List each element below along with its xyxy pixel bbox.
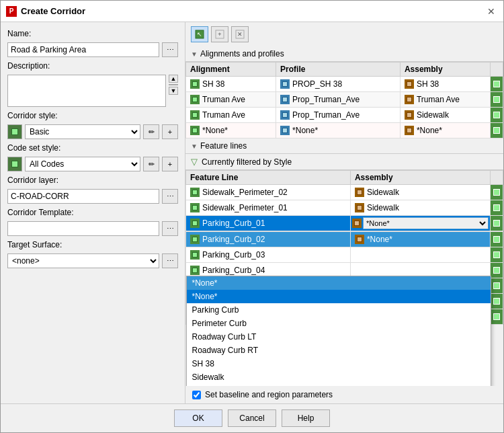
dropdown-item-parking-curb[interactable]: Parking Curb — [187, 303, 491, 317]
title-bar-left: P Create Corridor — [6, 6, 85, 17]
right-panel: ↖ + ✕ ▼ Alignments and profiles Ali — [185, 22, 503, 403]
corridor-template-label: Corridor Template: — [7, 208, 178, 217]
feature-table-row[interactable]: Sidewalk_Perimeter_02 Sidewalk — [186, 185, 503, 200]
corridor-layer-label: Corridor layer: — [7, 175, 178, 185]
corridor-style-label: Corridor style: — [7, 111, 178, 120]
corridor-template-row: ⋯ — [7, 221, 178, 236]
svg-text:+: + — [218, 31, 221, 38]
name-input[interactable] — [7, 42, 159, 57]
description-scroll-up[interactable]: ▲ — [169, 75, 178, 83]
target-surface-label: Target Surface: — [7, 240, 178, 249]
left-panel: Name: ⋯ Description: ▲ ▼ Co — [1, 22, 185, 403]
alignment-col-header: Alignment — [186, 63, 276, 77]
feature-lines-section: ▼ Feature lines ▽ Currently filtered by … — [185, 139, 503, 403]
set-baseline-checkbox[interactable] — [192, 391, 201, 399]
alignments-table: Alignment Profile Assembly SH 38 — [185, 62, 503, 139]
corridor-layer-section: Corridor layer: ⋯ — [7, 175, 178, 204]
corridor-style-section: Corridor style: Basic ✏ + — [7, 111, 178, 139]
checkbox-label: Set baseline and region parameters — [205, 390, 333, 399]
table-row-empty: *None* *None* — [186, 123, 503, 139]
corridor-style-new-button[interactable]: + — [162, 124, 178, 139]
target-surface-browse-button[interactable]: ⋯ — [162, 253, 178, 268]
dropdown-item-none1[interactable]: *None* — [187, 276, 491, 290]
profile-col-header: Profile — [276, 63, 401, 77]
corridor-style-edit-button[interactable]: ✏ — [143, 124, 159, 139]
feature-table-row[interactable]: Sidewalk_Perimeter_01 Sidewalk — [186, 200, 503, 216]
dialog-title: Create Corridor — [21, 6, 85, 16]
corridor-template-browse-button[interactable]: ⋯ — [162, 221, 178, 236]
dropdown-item-sh38[interactable]: SH 38 — [187, 357, 491, 370]
bottom-section: Set baseline and region parameters — [185, 386, 503, 403]
close-button[interactable]: ✕ — [485, 5, 498, 18]
feature-table: Feature Line Assembly Sidewalk_Per — [185, 170, 503, 325]
create-corridor-dialog: P Create Corridor ✕ Name: ⋯ Description: — [0, 0, 504, 433]
assembly-col-header: Assembly — [400, 63, 490, 77]
description-label: Description: — [7, 61, 178, 71]
filter-row: ▽ Currently filtered by Style — [185, 154, 503, 170]
dropdown-item-roadway-curb-rt[interactable]: Roadway Curb RT — [187, 344, 491, 357]
feature-lines-label: Feature lines — [200, 141, 247, 151]
dropdown-item-roadway-curb-lt[interactable]: Roadway Curb LT — [187, 330, 491, 344]
title-bar: P Create Corridor ✕ — [1, 1, 503, 22]
feature-lines-toggle[interactable]: ▼ — [191, 143, 198, 150]
alignments-section-label: Alignments and profiles — [200, 49, 284, 58]
help-button[interactable]: Help — [282, 409, 330, 427]
code-set-new-button[interactable]: + — [162, 157, 178, 171]
corridor-template-input[interactable] — [7, 221, 159, 236]
checkbox-row: Set baseline and region parameters — [192, 390, 497, 399]
ok-button[interactable]: OK — [174, 409, 222, 427]
name-browse-button[interactable]: ⋯ — [162, 42, 178, 57]
corridor-style-row: Basic ✏ + — [7, 124, 178, 139]
feature-scroll-col — [491, 171, 503, 185]
assembly-dropdown-popup: *None* *None* Parking Curb Perimeter Cur… — [186, 276, 491, 386]
dropdown-item-perimeter-curb[interactable]: Perimeter Curb — [187, 317, 491, 330]
filter-text: Currently filtered by Style — [202, 157, 292, 167]
toolbar-button-2[interactable]: + — [211, 26, 228, 42]
row-icon-cell — [491, 77, 503, 92]
code-set-style-select[interactable]: All Codes — [25, 157, 140, 171]
corridor-style-select[interactable]: Basic — [25, 124, 140, 139]
code-set-style-label: Code set style: — [7, 143, 178, 153]
alignment-cell: SH 38 — [186, 77, 276, 92]
table-row: SH 38 PROP_SH 38 — [186, 77, 503, 92]
alignments-table-container: Alignment Profile Assembly SH 38 — [185, 62, 503, 139]
target-surface-wrapper: <none> — [7, 253, 159, 268]
assembly-cell: SH 38 — [400, 77, 490, 92]
name-section: Name: ⋯ — [7, 29, 178, 57]
filter-icon: ▽ — [191, 157, 198, 167]
corridor-template-section: Corridor Template: ⋯ — [7, 208, 178, 236]
dropdown-item-sidewalk[interactable]: Sidewalk — [187, 370, 491, 384]
target-surface-select[interactable]: <none> — [7, 253, 159, 268]
corridor-layer-browse-button[interactable]: ⋯ — [162, 189, 178, 204]
feature-assembly-col-header: Assembly — [350, 171, 490, 185]
toolbar-row: ↖ + ✕ — [185, 22, 503, 46]
scroll-col — [491, 63, 503, 77]
toolbar-button-3[interactable]: ✕ — [231, 26, 249, 42]
alignments-toggle[interactable]: ▼ — [191, 50, 198, 58]
name-row: ⋯ — [7, 42, 178, 57]
corridor-layer-row: ⋯ — [7, 189, 178, 204]
feature-line-col-header: Feature Line — [186, 171, 351, 185]
corridor-layer-input[interactable] — [7, 189, 159, 204]
dialog-footer: OK Cancel Help — [1, 403, 503, 432]
description-input[interactable] — [7, 75, 166, 107]
feature-table-row-selected[interactable]: Parking_Curb_01 *None* Parking Curb — [186, 216, 503, 231]
svg-text:✕: ✕ — [237, 31, 243, 38]
dropdown-item-none2[interactable]: *None* — [187, 290, 491, 303]
code-set-style-row: All Codes ✏ + — [7, 157, 178, 171]
toolbar-button-1[interactable]: ↖ — [191, 26, 208, 42]
dialog-body: Name: ⋯ Description: ▲ ▼ Co — [1, 22, 503, 403]
description-scroll-down[interactable]: ▼ — [169, 87, 178, 95]
assembly-dropdown-select[interactable]: *None* Parking Curb Perimeter Curb Roadw… — [363, 217, 489, 229]
code-set-style-wrapper: All Codes — [25, 157, 140, 171]
feature-table-row[interactable]: Parking_Curb_03 — [186, 247, 503, 263]
feature-table-wrap[interactable]: Feature Line Assembly Sidewalk_Per — [185, 170, 503, 386]
description-section: Description: ▲ ▼ — [7, 61, 178, 107]
cancel-button[interactable]: Cancel — [228, 409, 276, 427]
code-set-edit-button[interactable]: ✏ — [143, 157, 159, 171]
profile-cell: PROP_SH 38 — [276, 77, 401, 92]
table-row: Truman Ave Prop_Truman_Ave — [186, 108, 503, 123]
feature-table-row-selected2[interactable]: Parking_Curb_02 *None* — [186, 232, 503, 247]
table-row: Truman Ave Prop_Truman_Ave — [186, 92, 503, 108]
dropdown-item-truman-ave[interactable]: Truman Ave — [187, 384, 491, 386]
